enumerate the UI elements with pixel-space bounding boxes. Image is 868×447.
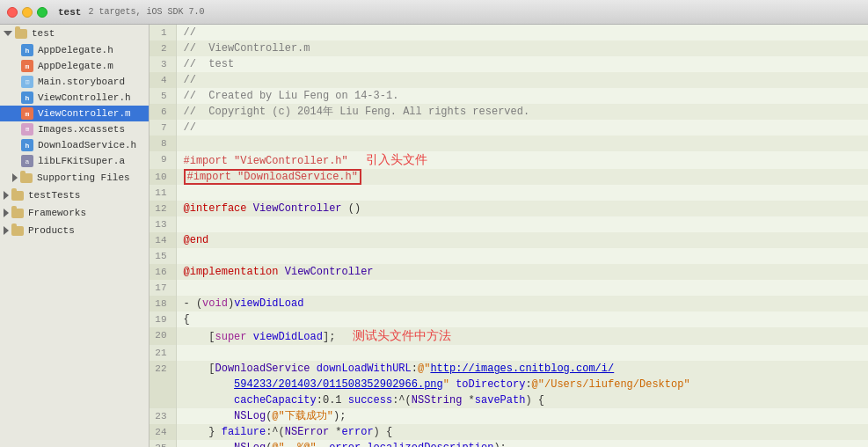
sidebar-item-appdelegate-m[interactable]: m AppDelegate.m [0,58,149,74]
sidebar-item-products[interactable]: Products [0,222,149,239]
code-editor[interactable]: 1 // 2 // ViewController.m 3 // test 4 /… [150,25,868,447]
maximize-button[interactable] [37,7,47,18]
code-line-1: 1 // [150,25,868,40]
close-button[interactable] [7,7,18,18]
code-line-16: 16 @implementation ViewController [150,264,868,280]
sidebar-item-supporting-files[interactable]: Supporting Files [0,169,149,187]
sidebar-item-testtests[interactable]: testTests [0,187,149,204]
code-line-7: 7 // [150,120,868,136]
code-line-10: 10 #import "DownloadService.h" [150,169,868,185]
sidebar-item-viewcontroller-h[interactable]: h ViewController.h [0,90,149,106]
code-line-9: 9 #import "ViewController.h"引入头文件 [150,151,868,169]
code-line-11: 11 [150,185,868,201]
main-layout: test h AppDelegate.h m AppDelegate.m ◫ M… [0,25,868,447]
sidebar-item-images-xcassets[interactable]: ⊞ Images.xcassets [0,121,149,137]
annotation-method: 测试头文件中方法 [353,328,451,342]
code-line-12: 12 @interface ViewController () [150,201,868,216]
code-line-13: 13 [150,216,868,232]
code-line-4: 4 // [150,72,868,88]
window-subtitle: 2 targets, iOS SDK 7.0 [88,7,204,17]
code-line-22: 22 [DownloadService downLoadWithURL:@"ht… [150,361,868,408]
code-line-14: 14 @end [150,232,868,248]
code-line-3: 3 // test [150,56,868,72]
code-line-2: 2 // ViewController.m [150,40,868,56]
code-line-24: 24 } failure:^(NSError *error) { [150,424,868,440]
code-line-15: 15 [150,248,868,264]
sidebar-item-liblfkitsuper-a[interactable]: a libLFKitSuper.a [0,153,149,169]
title-bar: test 2 targets, iOS SDK 7.0 [0,0,868,25]
code-line-17: 17 [150,280,868,296]
code-table: 1 // 2 // ViewController.m 3 // test 4 /… [150,25,868,447]
code-line-18: 18 - (void)viewDidLoad [150,296,868,311]
traffic-lights [7,7,47,18]
sidebar: test h AppDelegate.h m AppDelegate.m ◫ M… [0,25,150,447]
minimize-button[interactable] [22,7,33,18]
code-line-23: 23 NSLog(@"下载成功"); [150,408,868,424]
sidebar-item-downloadservice-h[interactable]: h DownloadService.h [0,137,149,153]
code-line-21: 21 [150,345,868,361]
sidebar-item-main-storyboard[interactable]: ◫ Main.storyboard [0,74,149,90]
sidebar-item-appdelegate-h[interactable]: h AppDelegate.h [0,42,149,58]
code-line-8: 8 [150,136,868,151]
sidebar-item-viewcontroller-m[interactable]: m ViewController.m [0,106,149,121]
window-title: test [58,7,81,18]
code-line-25: 25 NSLog(@"--%@", error.localizedDescrip… [150,440,868,447]
code-line-20: 20 [super viewDidLoad];测试头文件中方法 [150,327,868,345]
code-line-5: 5 // Created by Liu Feng on 14-3-1. [150,88,868,104]
sidebar-item-frameworks[interactable]: Frameworks [0,204,149,222]
annotation-import: 引入头文件 [366,152,427,166]
sidebar-item-test-group[interactable]: test [0,25,149,42]
code-line-6: 6 // Copyright (c) 2014年 Liu Feng. All r… [150,104,868,120]
code-line-19: 19 { [150,311,868,327]
